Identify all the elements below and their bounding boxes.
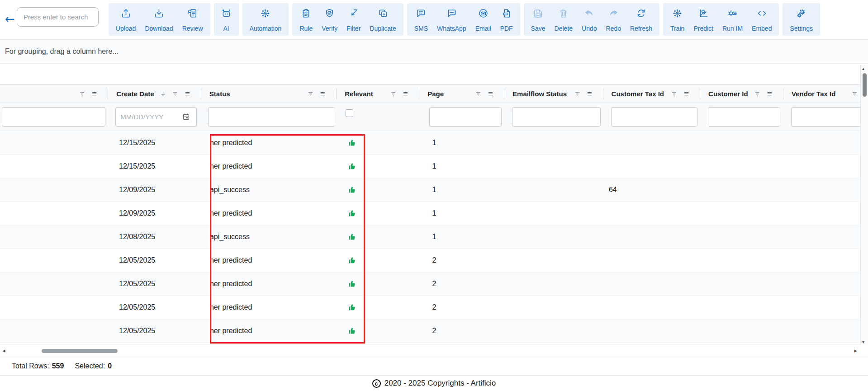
header-vendor-tax-id[interactable]: Vendor Tax Id <box>783 85 868 103</box>
cell-status: ner predicted <box>201 272 337 295</box>
table-row[interactable]: 12/05/2025 ner predicted 2 <box>0 249 868 272</box>
column-menu-icon[interactable] <box>91 90 98 97</box>
column-menu-icon[interactable] <box>319 90 326 97</box>
thumbs-up-icon <box>347 138 356 147</box>
train-icon <box>672 7 683 19</box>
cell-page: 1 <box>419 155 504 178</box>
table-row[interactable]: 12/09/2025 ner predicted 1 <box>0 202 868 225</box>
emailflow-status-filter-input[interactable] <box>512 107 601 127</box>
filter-icon[interactable] <box>172 90 179 97</box>
train-button[interactable]: Train <box>666 5 689 33</box>
column-menu-icon[interactable] <box>402 90 409 97</box>
horizontal-scrollbar[interactable]: ◂ ▸ <box>0 344 868 357</box>
header-customer-tax-id[interactable]: Customer Tax Id <box>603 85 700 103</box>
download-button[interactable]: Download <box>140 5 177 33</box>
redo-button[interactable]: Redo <box>602 5 626 33</box>
sort-desc-icon[interactable] <box>160 90 166 97</box>
vertical-scroll-thumb[interactable] <box>863 73 867 97</box>
cell-status: ner predicted <box>201 319 337 342</box>
id-filter-input[interactable] <box>2 107 105 127</box>
column-menu-icon[interactable] <box>766 90 773 97</box>
scroll-left-icon[interactable]: ◂ <box>2 347 5 354</box>
header-emailflow-status[interactable]: Emailflow Status <box>504 85 602 103</box>
filter-icon[interactable] <box>79 90 85 97</box>
cell-status: ner predicted <box>201 296 337 319</box>
table-row[interactable]: 12/05/2025 ner predicted 2 <box>0 319 868 343</box>
column-menu-icon[interactable] <box>586 90 593 97</box>
customer-id-filter-input[interactable] <box>708 107 780 127</box>
rule-icon <box>301 7 311 19</box>
filter-button[interactable]: Filter <box>342 5 365 33</box>
customer-tax-id-filter-input[interactable] <box>611 107 697 127</box>
vendor-tax-id-filter-input[interactable] <box>791 107 863 127</box>
header-relevant[interactable]: Relevant <box>336 85 419 103</box>
filter-icon[interactable] <box>754 90 761 97</box>
table-row[interactable]: 12/15/2025 ner predicted 1 <box>0 155 868 178</box>
review-button[interactable]: Review <box>178 5 208 33</box>
upload-icon <box>121 7 131 19</box>
page-filter-input[interactable] <box>429 107 502 127</box>
header-create-date[interactable]: Create Date <box>108 85 201 103</box>
verify-button[interactable]: Verify <box>317 5 342 33</box>
selected-label: Selected: <box>75 362 105 370</box>
table-row[interactable]: 12/08/2025 api_success 1 <box>0 225 868 249</box>
table-row[interactable]: 12/09/2025 api_success 1 64 <box>0 178 868 202</box>
header-page[interactable]: Page <box>419 85 504 103</box>
whatsapp-button[interactable]: WhatsApp <box>432 5 471 33</box>
filter-icon[interactable] <box>851 90 858 97</box>
rule-button[interactable]: Rule <box>295 5 317 33</box>
ai-button[interactable]: AI <box>217 5 236 33</box>
horizontal-scroll-thumb[interactable] <box>42 349 118 353</box>
table-row[interactable]: 12/15/2025 ner predicted 1 <box>0 131 868 155</box>
calendar-icon[interactable] <box>182 113 190 122</box>
toolbar-group-ml: Train Predict Run IM Embed <box>663 3 779 36</box>
settings-button[interactable]: Settings <box>785 5 817 33</box>
vertical-scrollbar[interactable]: ▴ ▾ <box>860 65 868 345</box>
save-button[interactable]: Save <box>526 5 550 33</box>
filter-cell-page <box>419 103 504 131</box>
scroll-down-icon[interactable]: ▾ <box>862 339 864 344</box>
undo-button[interactable]: Undo <box>577 5 601 33</box>
toolbar-group-messaging: SMS WhatsApp Email PDF PDF <box>407 3 520 36</box>
filter-cell-emailflow-status <box>504 103 603 131</box>
refresh-button[interactable]: Refresh <box>626 5 657 33</box>
predict-button[interactable]: Predict <box>689 5 718 33</box>
duplicate-button[interactable]: Duplicate <box>365 5 400 33</box>
column-menu-icon[interactable] <box>487 90 494 97</box>
pdf-button[interactable]: PDF PDF <box>496 5 517 33</box>
grouping-drop-zone[interactable]: For grouping, drag a column here... <box>0 40 868 64</box>
cell-relevant <box>336 296 419 319</box>
delete-button[interactable]: Delete <box>550 5 577 33</box>
sms-button[interactable]: SMS <box>410 5 432 33</box>
run-im-button[interactable]: Run IM <box>718 5 747 33</box>
grid-filter-row <box>0 103 868 131</box>
column-menu-icon[interactable] <box>184 90 191 97</box>
header-customer-id[interactable]: Customer Id <box>700 85 783 103</box>
scroll-right-icon[interactable]: ▸ <box>854 347 857 354</box>
filter-icon[interactable] <box>390 90 397 97</box>
table-row[interactable]: 12/05/2025 ner predicted 2 <box>0 272 868 296</box>
automation-button[interactable]: Automation <box>245 5 286 33</box>
relevant-filter-checkbox[interactable] <box>346 109 353 117</box>
cell-create-date: 12/05/2025 <box>108 249 201 272</box>
email-button[interactable]: Email <box>471 5 496 33</box>
status-filter-input[interactable] <box>208 107 335 127</box>
embed-button[interactable]: Embed <box>747 5 776 33</box>
search-input[interactable] <box>17 7 99 27</box>
toolbar: ← Upload Download Review AI <box>0 0 868 40</box>
back-button[interactable]: ← <box>4 12 16 26</box>
filter-icon[interactable] <box>307 90 314 97</box>
grouping-hint-text: For grouping, drag a column here... <box>5 47 119 56</box>
column-menu-icon[interactable] <box>683 90 690 97</box>
filter-icon[interactable] <box>574 90 581 97</box>
cell-page: 2 <box>419 249 504 272</box>
scroll-up-icon[interactable]: ▴ <box>862 66 864 71</box>
table-row[interactable]: 12/05/2025 ner predicted 2 <box>0 296 868 319</box>
filter-icon[interactable] <box>671 90 678 97</box>
header-status[interactable]: Status <box>201 85 336 103</box>
header-id-column[interactable] <box>0 85 108 103</box>
upload-button[interactable]: Upload <box>111 5 140 33</box>
selected-value: 0 <box>108 362 112 370</box>
filter-icon[interactable] <box>475 90 482 97</box>
cell-customer-tax-id <box>603 319 700 342</box>
